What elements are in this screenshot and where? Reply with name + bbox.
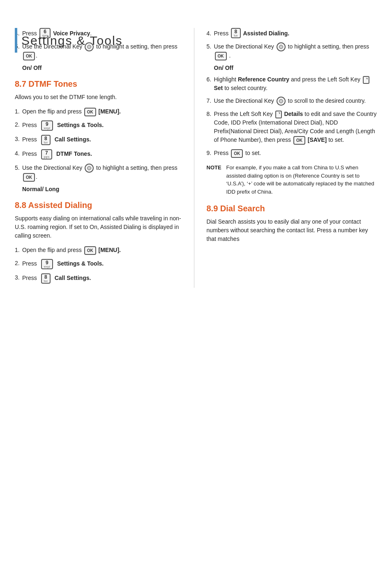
section-89-desc: Dial Search assists you to easily dial a… [207,217,378,243]
page-container: Settings & Tools 4. Press 6 mno Voice Pr… [0,28,392,564]
section-88-desc: Supports easy dialing on international c… [15,214,186,240]
step-content: Press 8 tuv Call Settings. [22,135,186,145]
right-column: 4. Press 8 tuv Assisted Dialing. 5. Use … [203,28,378,288]
step-num: 9. [207,149,214,157]
key-8tuv-2: 8 tuv [41,273,51,284]
soft-key-details: ⌝ [275,111,282,119]
step-5-dtmf: 5. Use the Directional Key to highlight … [15,164,186,182]
step-content: Press 7 pqrs DTMF Tones. [22,149,186,159]
on-off-label-2: On/ Off [214,65,378,71]
note-block: NOTE For example, if you make a call fro… [207,164,378,196]
step-content: Use the Directional Key to scroll to the… [214,97,378,106]
step-num: 4. [15,149,22,158]
step-content: Press 9 wxyz Settings & Tools. [22,259,186,269]
step-press: Press [214,30,231,37]
section-87-desc: Allows you to set the DTMF tone length. [15,93,186,102]
step-content: Use the Directional Key to highlight a s… [214,42,378,60]
step-2-assisted: 2. Press 9 wxyz Settings & Tools. [15,259,186,269]
step-content: Highlight Reference Country and press th… [214,75,378,92]
step-num: 8. [207,110,214,118]
directional-key-icon [277,42,286,51]
step-content: Press the Left Soft Key ⌝ Details to edi… [214,110,378,145]
step-1-assisted: 1. Open the flip and press OK [MENU]. [15,246,186,255]
step-4-right-initial: 4. Press 8 tuv Assisted Dialing. [207,28,378,38]
ok-key: OK [231,149,243,158]
step-text: Assisted Dialing. [242,30,290,37]
step-5-right-initial: 5. Use the Directional Key to highlight … [207,42,378,60]
key-9wxyz-2: 9 wxyz [41,259,53,269]
step-content: Press 9 wxyz Settings & Tools. [22,120,186,131]
step-content: Press 8 tuv Call Settings. [22,273,186,284]
step-content: Open the flip and press OK [MENU]. [22,107,186,116]
ok-key: OK [84,108,96,116]
note-label: NOTE [207,164,223,196]
step-num: 3. [15,135,22,143]
step-num: 5. [207,42,214,51]
step-num: 4. [207,30,214,37]
step-num: 5. [15,164,22,172]
step-content: Press OK to set. [214,149,378,158]
step-content: Use the Directional Key to highlight a s… [22,164,186,182]
step-4-dtmf: 4. Press 7 pqrs DTMF Tones. [15,149,186,159]
normal-long-label: Normal/ Long [22,186,186,192]
note-text: For example, if you make a call from Chi… [226,164,378,196]
on-off-label-1: On/ Off [22,65,186,71]
step-num: 1. [15,246,22,254]
section-88-heading: 8.8 Assisted Dialing [15,201,186,210]
section-bar [15,28,17,53]
step-2-dtmf: 2. Press 9 wxyz Settings & Tools. [15,120,186,131]
section-89-heading: 8.9 Dial Search [207,204,378,213]
step-3-dtmf: 3. Press 8 tuv Call Settings. [15,135,186,145]
directional-key-icon [277,97,286,106]
page-title: Settings & Tools [21,34,123,48]
key-8tuv-right: 8 tuv [231,28,240,38]
key-9wxyz: 9 wxyz [41,120,53,131]
step-num: 6. [207,75,214,84]
step-9-assisted: 9. Press OK to set. [207,149,378,158]
left-column: 4. Press 6 mno Voice Privacy. 5. Use the… [15,28,194,288]
step-1-dtmf: 1. Open the flip and press OK [MENU]. [15,107,186,116]
step-content: Open the flip and press OK [MENU]. [22,246,186,255]
step-3-assisted: 3. Press 8 tuv Call Settings. [15,273,186,284]
key-7pqrs: 7 pqrs [41,149,53,159]
soft-key-set: ⌝ [363,76,369,84]
ok-key: OK [23,173,35,182]
directional-key-icon [85,164,94,173]
ok-key: OK [215,52,227,60]
step-num: 2. [15,120,22,129]
step-7-assisted: 7. Use the Directional Key to scroll to … [207,97,378,106]
ok-key: OK [84,246,96,255]
directional-key-icon [85,42,94,51]
step-num: 2. [15,259,22,268]
content-area: 4. Press 6 mno Voice Privacy. 5. Use the… [0,28,392,288]
key-8tuv: 8 tuv [41,135,51,145]
step-num: 1. [15,107,22,116]
section-87-heading: 8.7 DTMF Tones [15,79,186,89]
ok-key: OK [293,136,305,145]
step-6-assisted: 6. Highlight Reference Country and press… [207,75,378,92]
step-8-assisted: 8. Press the Left Soft Key ⌝ Details to … [207,110,378,145]
step-num: 3. [15,273,22,282]
step-num: 7. [207,97,214,105]
ok-key: OK [23,52,35,60]
